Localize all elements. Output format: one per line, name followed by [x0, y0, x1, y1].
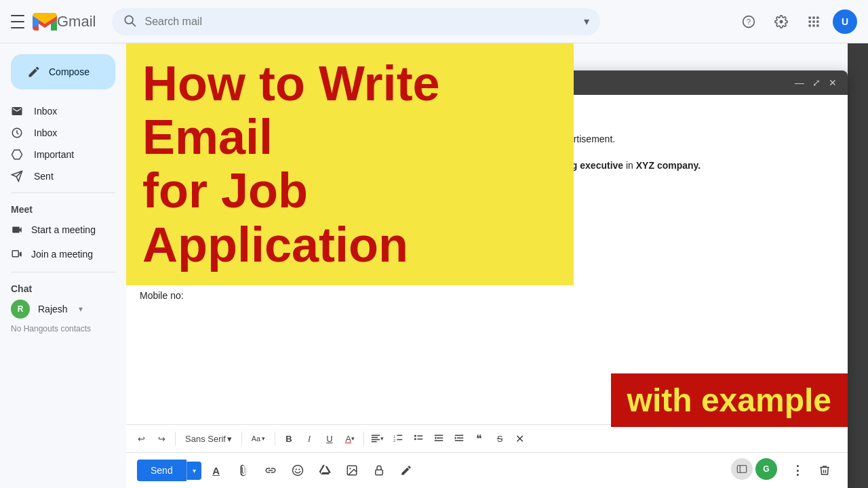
numbered-list-button[interactable]: 12 — [389, 429, 408, 448]
svg-rect-38 — [455, 440, 463, 441]
align-button[interactable]: ▾ — [368, 429, 387, 448]
search-input[interactable] — [144, 16, 578, 28]
emoji-button[interactable] — [285, 458, 310, 483]
svg-marker-37 — [455, 436, 456, 440]
with-example-text: with example — [627, 382, 831, 419]
compose-button[interactable]: Compose — [11, 54, 115, 89]
pen-button[interactable] — [394, 458, 418, 483]
svg-point-27 — [414, 435, 416, 437]
font-family-select[interactable]: Sans Serif ▾ — [180, 429, 237, 448]
sidebar-item-inbox[interactable]: Inbox — [0, 100, 126, 122]
email-bold-6: XYZ company. — [636, 160, 701, 171]
svg-rect-18 — [12, 251, 18, 257]
svg-rect-26 — [397, 439, 402, 441]
svg-rect-13 — [816, 24, 818, 26]
send-button[interactable]: Send — [137, 460, 186, 481]
join-meeting-item[interactable]: Join a meeting — [0, 242, 126, 266]
svg-rect-12 — [812, 24, 814, 26]
svg-rect-9 — [812, 20, 814, 22]
svg-point-4 — [780, 20, 783, 23]
more-options-button[interactable]: ⋮ — [785, 458, 810, 483]
gmail-m-icon — [33, 13, 57, 30]
title-line1: How to Write Email — [142, 56, 440, 164]
meet-section-title: Meet — [0, 199, 126, 218]
italic-button[interactable]: I — [300, 429, 319, 448]
search-icon — [123, 14, 136, 30]
search-dropdown-icon[interactable]: ▾ — [584, 15, 589, 28]
title-line2: for Job Application — [142, 163, 408, 271]
trash-button[interactable] — [812, 458, 837, 483]
snoozed-label: Inbox — [34, 127, 57, 138]
redo-button[interactable]: ↪ — [152, 429, 171, 448]
svg-rect-31 — [435, 435, 443, 436]
apps-button[interactable] — [800, 8, 827, 35]
undo-button[interactable]: ↩ — [132, 429, 151, 448]
main-layout: Compose Inbox Inbox Important Sent Meet … — [0, 43, 868, 488]
close-icon[interactable]: ✕ — [829, 77, 837, 88]
rajesh-label: Rajesh — [38, 304, 68, 314]
link-button[interactable] — [258, 458, 283, 483]
photo-button[interactable] — [340, 458, 364, 483]
svg-rect-11 — [809, 24, 811, 26]
text-size-button[interactable]: Aa▾ — [246, 429, 271, 448]
font-name: Sans Serif — [185, 434, 226, 444]
underline-button[interactable]: U — [320, 429, 339, 448]
search-bar[interactable]: ▾ — [112, 8, 600, 35]
compose-label: Compose — [49, 66, 90, 77]
sent-label: Sent — [34, 171, 54, 182]
send-button-group: Send ▾ — [137, 460, 201, 481]
sidebar-item-snoozed[interactable]: Inbox — [0, 122, 126, 144]
indent-less-button[interactable] — [429, 429, 448, 448]
no-hangouts-text: No Hangouts contacts — [0, 321, 126, 336]
remove-format-button[interactable]: ✕ — [511, 429, 530, 448]
more-actions: ⋮ — [785, 458, 837, 483]
compose-header-icons: — ⤢ ✕ — [795, 77, 837, 88]
send-dropdown-button[interactable]: ▾ — [186, 462, 201, 480]
svg-marker-33 — [435, 436, 436, 440]
svg-point-29 — [414, 438, 416, 440]
quote-button[interactable]: ❝ — [470, 429, 489, 448]
start-meeting-label: Start a meeting — [31, 224, 96, 235]
hamburger-menu[interactable] — [11, 15, 24, 28]
drive-button[interactable] — [313, 458, 337, 483]
svg-rect-5 — [809, 16, 811, 18]
toolbar-divider-4 — [363, 432, 364, 445]
svg-rect-28 — [417, 435, 422, 436]
expand-icon[interactable]: ⤢ — [812, 77, 821, 88]
svg-rect-45 — [737, 466, 746, 473]
account-avatar[interactable]: U — [833, 9, 857, 34]
toolbar-divider-2 — [241, 432, 242, 445]
attach-button[interactable] — [231, 458, 256, 483]
sidebar-item-sent[interactable]: Sent — [0, 165, 126, 187]
svg-marker-15 — [12, 150, 22, 159]
toolbar-divider-1 — [175, 432, 176, 445]
compose-actions-bar: Send ▾ A — [126, 452, 848, 488]
bottom-right-icons: G ⋮ — [731, 458, 837, 483]
help-button[interactable]: ? — [735, 8, 762, 35]
font-dropdown-icon: ▾ — [227, 434, 232, 444]
compose-formatting-toolbar: ↩ ↪ Sans Serif ▾ Aa▾ B I U A ▾ — [126, 424, 848, 452]
start-meeting-item[interactable]: Start a meeting — [0, 218, 126, 242]
chat-section-title: Chat — [0, 278, 126, 297]
bottom-user-avatar[interactable]: G — [755, 458, 777, 480]
font-color-button[interactable]: A ▾ — [340, 429, 359, 448]
rajesh-dropdown[interactable]: ▾ — [79, 304, 83, 314]
bold-button[interactable]: B — [279, 429, 298, 448]
email-text-7: in — [623, 160, 636, 171]
chat-rajesh-item[interactable]: R Rajesh ▾ — [0, 297, 126, 321]
overlay-title: How to Write Email for Job Application — [126, 43, 574, 285]
important-label: Important — [34, 149, 74, 160]
svg-rect-24 — [397, 435, 402, 436]
settings-button[interactable] — [768, 8, 795, 35]
bottom-icon-1[interactable] — [731, 458, 753, 480]
svg-rect-8 — [809, 20, 811, 22]
minimize-icon[interactable]: — — [795, 77, 804, 88]
svg-rect-36 — [457, 437, 463, 439]
sidebar-item-important[interactable]: Important — [0, 144, 126, 165]
svg-point-40 — [295, 468, 296, 470]
strikethrough-button[interactable]: S — [490, 429, 509, 448]
formatting-button[interactable]: A — [204, 458, 229, 483]
indent-more-button[interactable] — [450, 429, 469, 448]
bullet-list-button[interactable] — [409, 429, 428, 448]
lock-button[interactable] — [367, 458, 391, 483]
